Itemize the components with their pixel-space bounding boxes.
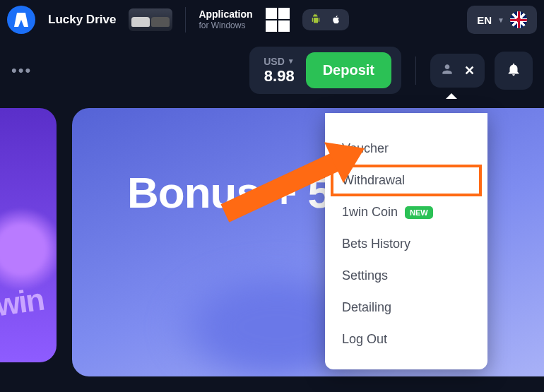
language-code: EN (477, 14, 492, 26)
app-store-pill[interactable] (302, 9, 349, 30)
menu-item-detailing[interactable]: Detailing (325, 292, 487, 323)
close-icon: ✕ (464, 63, 475, 78)
language-selector[interactable]: EN ▼ (467, 6, 537, 34)
chevron-down-icon: ▼ (497, 16, 504, 24)
app-subtitle: for Windows (199, 20, 252, 30)
promo-card-left[interactable]: win (0, 108, 57, 362)
user-icon (440, 62, 454, 79)
divider (185, 7, 186, 32)
user-menu-toggle[interactable]: ✕ (430, 54, 485, 88)
app-title: Application (199, 8, 252, 20)
bell-icon (506, 67, 521, 79)
chevron-down-icon: ▼ (288, 57, 295, 65)
lucky-drive-label[interactable]: Lucky Drive (48, 13, 116, 27)
windows-icon[interactable] (266, 8, 290, 32)
uk-flag-icon (510, 11, 527, 28)
account-bar: ••• USD ▼ 8.98 Deposit ✕ (0, 40, 544, 108)
currency-selector[interactable]: USD ▼ (264, 56, 294, 67)
deposit-button[interactable]: Deposit (306, 52, 391, 88)
divider (415, 57, 416, 85)
android-icon (309, 13, 322, 26)
menu-item-bets-history[interactable]: Bets History (325, 228, 487, 260)
top-bar: Lucky Drive Application for Windows EN ▼ (0, 0, 544, 40)
new-badge: NEW (405, 206, 433, 219)
apple-icon (329, 13, 342, 26)
more-icon[interactable]: ••• (11, 61, 32, 80)
balance-box: USD ▼ 8.98 Deposit (249, 47, 401, 94)
logo-icon[interactable] (7, 6, 35, 34)
cars-icon (129, 8, 172, 31)
currency-label: USD (264, 56, 285, 67)
application-link[interactable]: Application for Windows (199, 8, 252, 30)
menu-item-logout[interactable]: Log Out (325, 323, 487, 355)
balance-value: 8.98 (264, 67, 295, 85)
notifications-button[interactable] (495, 52, 533, 90)
decorative-text: win (0, 282, 45, 323)
menu-item-coin[interactable]: 1win Coin NEW (325, 196, 487, 228)
menu-item-settings[interactable]: Settings (325, 260, 487, 292)
